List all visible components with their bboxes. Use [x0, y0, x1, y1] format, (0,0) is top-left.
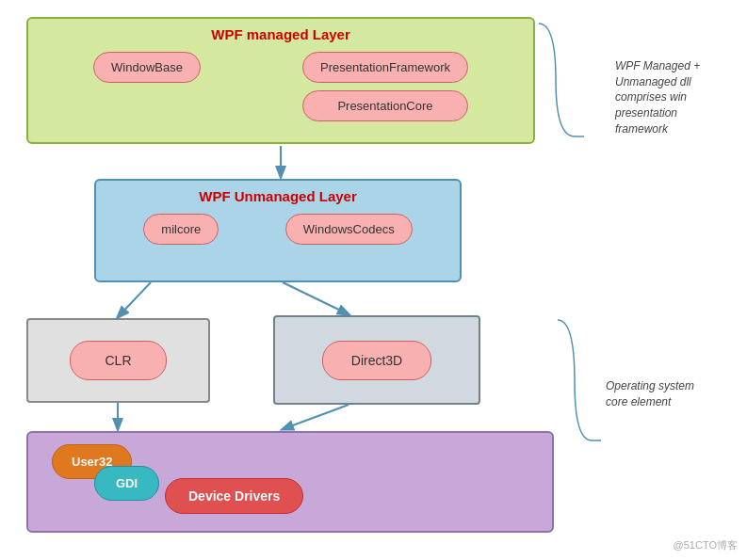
- wpf-managed-layer: WPF managed Layer WindowBase Presentatio…: [26, 17, 535, 144]
- wpf-unmanaged-layer: WPF Unmanaged Layer milcore WindowsCodec…: [94, 179, 462, 282]
- right-col: PresentationFramework PresentationCore: [302, 52, 468, 121]
- diagram-container: WPF managed Layer WindowBase Presentatio…: [0, 0, 747, 560]
- direct3d-label: Direct3D: [322, 341, 431, 380]
- annotation-bottom: Operating system core element: [606, 362, 719, 409]
- windowscodecs-box: WindowsCodecs: [285, 214, 413, 245]
- managed-boxes: WindowBase PresentationFramework Present…: [28, 52, 533, 121]
- wpf-unmanaged-title: WPF Unmanaged Layer: [96, 188, 460, 204]
- svg-line-4: [283, 405, 349, 429]
- milcore-box: milcore: [143, 214, 219, 245]
- annotation-top: WPF Managed + Unmanaged dll comprises wi…: [615, 42, 719, 137]
- presentation-core-box: PresentationCore: [302, 90, 468, 121]
- windowbase-box: WindowBase: [93, 52, 201, 83]
- clr-box: CLR: [26, 318, 210, 403]
- unmanaged-boxes: milcore WindowsCodecs: [96, 214, 460, 245]
- presentation-framework-box: PresentationFramework: [302, 52, 468, 83]
- clr-label: CLR: [70, 341, 166, 380]
- svg-line-1: [118, 282, 151, 317]
- svg-line-2: [283, 282, 349, 314]
- direct3d-box: Direct3D: [273, 315, 480, 405]
- wpf-managed-title: WPF managed Layer: [28, 26, 533, 42]
- gdi-box: GDI: [94, 466, 159, 501]
- watermark: @51CTO博客: [674, 538, 738, 552]
- device-drivers-box: Device Drivers: [165, 478, 303, 514]
